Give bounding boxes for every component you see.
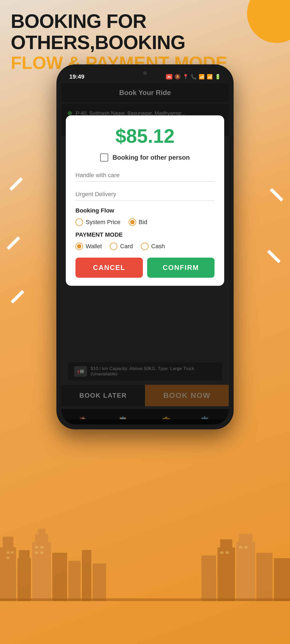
svg-rect-28	[244, 546, 248, 548]
decorative-dash-4	[270, 188, 284, 202]
svg-rect-3	[19, 550, 30, 558]
svg-rect-14	[236, 542, 255, 601]
city-silhouette	[0, 515, 290, 601]
svg-rect-13	[220, 539, 232, 547]
decorative-dash-5	[267, 250, 281, 264]
svg-rect-6	[38, 529, 46, 534]
svg-rect-5	[35, 534, 48, 542]
wallet-option[interactable]: Wallet	[75, 243, 102, 250]
svg-rect-25	[220, 551, 223, 554]
booking-modal: $85.12 Booking for other person Booking …	[66, 115, 224, 286]
svg-rect-17	[274, 558, 290, 601]
location-icon: 📍	[183, 74, 189, 80]
urgent-delivery-input[interactable]	[75, 188, 215, 201]
call-icon: 📞	[191, 74, 197, 80]
cash-label: Cash	[151, 243, 165, 250]
svg-rect-8	[68, 561, 81, 601]
svg-rect-15	[239, 534, 252, 542]
notification-badge: m	[166, 74, 172, 79]
bid-radio[interactable]	[129, 218, 136, 226]
phone-screen: 19:49 m 🔕 📍 📞 📶 📶 🔋 Book Your Ride	[61, 69, 229, 425]
card-option[interactable]: Card	[110, 243, 133, 250]
svg-rect-7	[52, 553, 67, 601]
modal-overlay: $85.12 Booking for other person Booking …	[61, 83, 229, 425]
decorative-dash-1	[9, 177, 23, 191]
svg-rect-24	[40, 551, 44, 554]
system-price-option[interactable]: System Price	[75, 218, 121, 226]
status-time: 19:49	[69, 73, 84, 80]
svg-rect-9	[82, 550, 91, 601]
silent-icon: 🔕	[175, 74, 180, 80]
svg-rect-4	[32, 542, 51, 601]
svg-rect-23	[35, 551, 38, 554]
svg-rect-1	[3, 537, 13, 547]
svg-rect-27	[239, 546, 242, 548]
svg-rect-26	[226, 551, 229, 554]
card-label: Card	[120, 243, 133, 250]
decorative-dash-2	[7, 236, 20, 250]
phone-frame: 19:49 m 🔕 📍 📞 📶 📶 🔋 Book Your Ride	[56, 64, 234, 429]
camera-notch	[129, 69, 161, 77]
booking-other-checkbox[interactable]	[100, 153, 108, 162]
wallet-label: Wallet	[86, 243, 102, 250]
battery-icon: 🔋	[215, 74, 221, 80]
system-price-radio[interactable]	[75, 218, 83, 226]
svg-rect-16	[256, 553, 273, 601]
svg-rect-12	[218, 547, 235, 601]
decorative-dash-3	[11, 290, 24, 304]
signal-icon: 📶	[207, 74, 213, 80]
svg-rect-22	[40, 546, 44, 548]
camera-dot	[143, 71, 147, 75]
svg-rect-0	[0, 547, 16, 601]
booking-other-label: Booking for other person	[113, 154, 190, 161]
svg-rect-18	[7, 551, 9, 554]
booking-flow-label: Booking Flow	[75, 207, 215, 214]
payment-mode-label: PAYMENT MODE	[75, 231, 215, 238]
svg-rect-10	[93, 564, 106, 601]
card-radio[interactable]	[110, 243, 117, 250]
confirm-button[interactable]: CONFIRM	[147, 258, 215, 278]
svg-rect-2	[17, 558, 31, 601]
booking-flow-radio-group: System Price Bid	[75, 218, 215, 226]
cash-option[interactable]: Cash	[141, 243, 165, 250]
svg-rect-11	[201, 555, 216, 601]
bid-radio-inner	[130, 220, 135, 224]
wifi-icon: 📶	[199, 74, 205, 80]
svg-rect-19	[11, 551, 13, 554]
handle-with-care-input[interactable]	[75, 169, 215, 182]
payment-mode-radio-group: Wallet Card	[75, 243, 215, 250]
modal-buttons: CANCEL CONFIRM	[75, 258, 215, 278]
header-line1: BOOKING FOR OTHERS,BOOKING	[11, 11, 290, 53]
system-price-label: System Price	[86, 219, 121, 226]
svg-rect-29	[0, 598, 290, 601]
svg-rect-21	[35, 546, 38, 548]
wallet-radio[interactable]	[75, 243, 83, 250]
app-background: Book Your Ride P-40, Subhash Nagar, Basu…	[61, 83, 229, 425]
bid-label: Bid	[139, 219, 147, 226]
wallet-radio-inner	[77, 244, 81, 248]
bid-option[interactable]: Bid	[129, 218, 147, 226]
cash-radio[interactable]	[141, 243, 148, 250]
svg-rect-20	[7, 557, 9, 559]
cancel-button[interactable]: CANCEL	[75, 258, 143, 278]
header-section: BOOKING FOR OTHERS,BOOKING FLOW & PAYMEN…	[11, 11, 290, 73]
price-display: $85.12	[75, 125, 215, 147]
status-icons-group: m 🔕 📍 📞 📶 📶 🔋	[166, 74, 221, 80]
booking-other-row: Booking for other person	[75, 153, 215, 162]
